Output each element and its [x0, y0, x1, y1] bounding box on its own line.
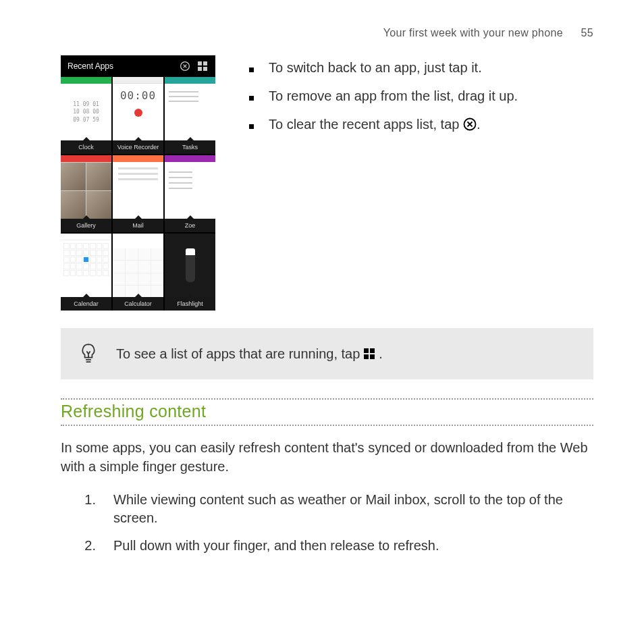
step-number: 1. — [81, 491, 96, 527]
tip-text: To see a list of apps that are running, … — [116, 346, 383, 362]
bullet-text: To clear the recent apps list, tap . — [269, 115, 481, 134]
bullet-marker-icon — [249, 96, 254, 101]
app-card-flashlight: Flashlight — [165, 234, 215, 311]
app-label: Zoe — [165, 219, 215, 232]
step-item: 2. Pull down with your finger, and then … — [81, 537, 593, 555]
grid-icon — [364, 348, 375, 359]
app-card-zoe: Zoe — [165, 155, 215, 232]
bullet-item: To switch back to an app, just tap it. — [249, 58, 593, 77]
screenshot-title: Recent Apps — [68, 61, 173, 71]
app-label: Tasks — [165, 140, 215, 154]
section-intro: In some apps, you can easily refresh con… — [61, 438, 593, 476]
section-heading-wrap: Refreshing content — [61, 398, 593, 426]
app-card-tasks: Tasks — [165, 77, 215, 154]
bullet-text: To remove an app from the list, drag it … — [269, 86, 518, 105]
page-number: 55 — [581, 27, 593, 38]
close-circle-icon — [463, 117, 477, 131]
app-label: Gallery — [61, 219, 111, 232]
bullet-text: To switch back to an app, just tap it. — [269, 58, 482, 77]
tip-callout: To see a list of apps that are running, … — [61, 328, 593, 379]
lightbulb-icon — [80, 343, 97, 365]
step-item: 1. While viewing content such as weather… — [81, 491, 593, 527]
bullet-marker-icon — [249, 68, 254, 72]
app-card-mail: Mail — [113, 155, 163, 232]
step-text: Pull down with your finger, and then rel… — [113, 537, 439, 555]
app-card-voice-recorder: 00:00 Voice Recorder — [113, 77, 163, 154]
section-heading: Refreshing content — [61, 402, 593, 421]
app-label: Clock — [61, 140, 111, 154]
app-label: Flashlight — [165, 297, 215, 311]
running-header: Your first week with your new phone 55 — [61, 27, 593, 39]
chapter-title: Your first week with your new phone — [383, 27, 563, 38]
bullet-item: To clear the recent apps list, tap . — [249, 115, 593, 134]
close-circle-icon — [179, 60, 191, 72]
instruction-bullets: To switch back to an app, just tap it. T… — [249, 55, 593, 311]
screenshot-header: Recent Apps — [61, 55, 215, 77]
app-label: Voice Recorder — [113, 140, 163, 154]
recent-apps-screenshot: Recent Apps 11 09 0110 08 0009 07 59 Clo… — [61, 55, 215, 311]
app-label: Calendar — [61, 297, 111, 311]
grid-icon — [196, 60, 209, 72]
numbered-steps: 1. While viewing content such as weather… — [61, 491, 593, 555]
app-card-calendar: Calendar — [61, 234, 111, 311]
app-label: Calculator — [113, 297, 163, 311]
app-card-gallery: Gallery — [61, 155, 111, 232]
app-card-calculator: Calculator — [113, 234, 163, 311]
app-card-clock: 11 09 0110 08 0009 07 59 Clock — [61, 77, 111, 154]
step-number: 2. — [81, 537, 96, 555]
step-text: While viewing content such as weather or… — [113, 491, 593, 527]
app-label: Mail — [113, 219, 163, 232]
bullet-marker-icon — [249, 124, 254, 129]
bullet-item: To remove an app from the list, drag it … — [249, 86, 593, 105]
